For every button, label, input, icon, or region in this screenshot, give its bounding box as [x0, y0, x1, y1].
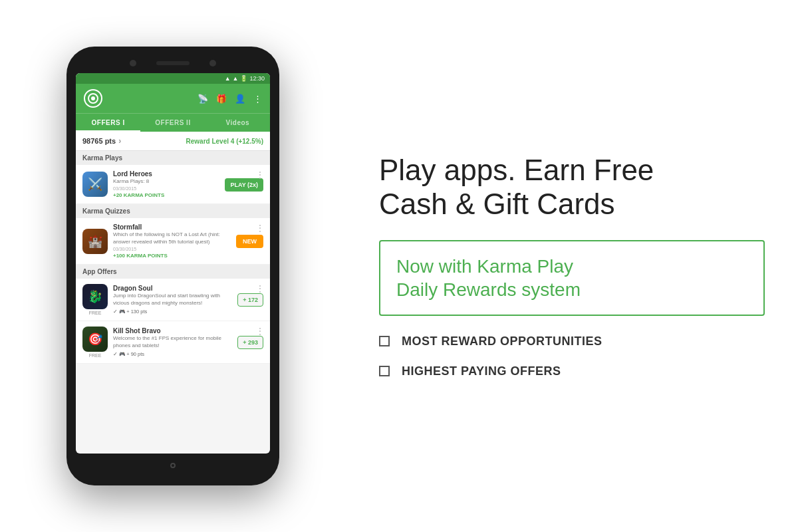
points-badge: + 172	[237, 293, 263, 307]
more-dots-icon[interactable]: ⋮	[255, 223, 265, 233]
item-subtitle: Welcome to the #1 FPS experience for mob…	[113, 335, 232, 349]
app-bar-actions: 📡 🎁 👤 ⋮	[198, 94, 262, 104]
item-subtitle: Which of the following is NOT a Lost Art…	[113, 231, 231, 245]
tab-videos[interactable]: Videos	[205, 114, 270, 132]
dragon-soul-icon: 🐉	[82, 284, 108, 309]
right-panel: Play apps. Earn Free Cash & Gift Cards N…	[346, 127, 798, 404]
phone-camera	[130, 60, 136, 66]
points-badge: + 293	[237, 336, 263, 349]
dragon-soul-content: Dragon Soul Jump into DragonSoul and sta…	[113, 285, 232, 315]
new-action[interactable]: NEW	[236, 234, 263, 248]
item-meta: ✓ 🎮 + 130 pts	[113, 309, 232, 315]
headline-line2: Cash & Gift Cards	[379, 188, 765, 221]
signal-icon: ▲	[233, 75, 239, 82]
points-arrow-icon: ›	[118, 136, 121, 146]
item-date: 03/30/2015	[113, 247, 231, 251]
battery-icon: 🔋	[240, 75, 247, 82]
status-bar: ▲ ▲ 🔋 12:30	[76, 73, 270, 84]
time-display: 12:30	[249, 75, 265, 82]
list-item: 🏰 Stormfall Which of the following is NO…	[76, 218, 270, 265]
feature-item-2: HIGHEST PAYING OFFERS	[379, 364, 765, 378]
tab-offers-2[interactable]: OFFERS II	[140, 114, 205, 132]
item-subtitle: Karma Plays: 8	[113, 178, 219, 185]
item-subtitle: Jump into DragonSoul and start brawling …	[113, 293, 232, 307]
left-panel: ▲ ▲ 🔋 12:30 📡 🎁 👤 ⋮	[0, 0, 346, 532]
phone-mockup: ▲ ▲ 🔋 12:30 📡 🎁 👤 ⋮	[66, 47, 279, 485]
feature-item-1: MOST REWARD OPPORTUNITIES	[379, 334, 765, 348]
tab-bar: OFFERS I OFFERS II Videos	[76, 113, 270, 132]
points-display[interactable]: 98765 pts ›	[82, 136, 121, 146]
item-karma: +100 KARMA POINTS	[113, 253, 231, 259]
tab-offers-1[interactable]: OFFERS I	[76, 114, 140, 132]
account-icon[interactable]: 👤	[235, 94, 245, 104]
karma-box: Now with Karma Play Daily Rewards system	[379, 240, 765, 316]
svg-point-1	[91, 96, 95, 100]
stormfall-content: Stormfall Which of the following is NOT …	[113, 223, 231, 259]
item-title: Dragon Soul	[113, 285, 232, 292]
points-value: 98765 pts	[82, 137, 116, 145]
more-icon[interactable]: ⋮	[253, 94, 262, 104]
list-item: 🐉 FREE Dragon Soul Jump into DragonSoul …	[76, 279, 270, 321]
app-bar: 📡 🎁 👤 ⋮	[76, 84, 270, 113]
wifi-icon: ▲	[225, 75, 231, 82]
points-action[interactable]: + 172	[237, 293, 263, 307]
phone-speaker	[156, 61, 190, 65]
reward-level: Reward Level 4 (+12.5%)	[186, 138, 263, 145]
phone-camera-right	[209, 60, 216, 66]
phone-screen: ▲ ▲ 🔋 12:30 📡 🎁 👤 ⋮	[76, 73, 270, 454]
app-logo	[84, 89, 102, 108]
gift-icon[interactable]: 🎁	[216, 94, 227, 104]
item-title: Kill Shot Bravo	[113, 327, 232, 334]
feature-label-2: HIGHEST PAYING OFFERS	[402, 364, 561, 378]
feature-label-1: MOST REWARD OPPORTUNITIES	[402, 334, 602, 348]
new-button[interactable]: NEW	[236, 235, 263, 248]
free-badge: FREE	[89, 353, 102, 358]
lord-heroes-icon: ⚔️	[82, 172, 108, 197]
item-karma: +20 KARMA POINTS	[113, 192, 219, 198]
item-date: 03/30/2015	[113, 186, 219, 191]
list-item: 🎯 FREE Kill Shot Bravo Welcome to the #1…	[76, 321, 270, 364]
headline-line1: Play apps. Earn Free	[379, 154, 765, 188]
checkbox-icon-1	[379, 336, 390, 346]
status-icons: ▲ ▲ 🔋 12:30	[225, 75, 265, 82]
more-dots-icon[interactable]: ⋮	[255, 284, 265, 293]
checkbox-icon-2	[379, 366, 390, 376]
item-title: Stormfall	[113, 223, 231, 231]
lord-heroes-content: Lord Heroes Karma Plays: 8 03/30/2015 +2…	[113, 170, 219, 198]
section-karma-plays: Karma Plays	[76, 151, 270, 165]
karma-text-line2: Daily Rewards system	[396, 278, 747, 301]
phone-top-bar	[76, 56, 270, 73]
more-dots-icon[interactable]: ⋮	[255, 327, 265, 336]
section-app-offers: App Offers	[76, 265, 270, 279]
more-dots-icon[interactable]: ⋮	[255, 170, 265, 180]
section-karma-quizzes: Karma Quizzes	[76, 204, 270, 218]
phone-home-button	[170, 463, 176, 468]
broadcast-icon[interactable]: 📡	[198, 94, 208, 104]
item-title: Lord Heroes	[113, 170, 219, 178]
points-action[interactable]: + 293	[237, 336, 263, 349]
free-badge: FREE	[89, 311, 102, 315]
kill-shot-content: Kill Shot Bravo Welcome to the #1 FPS ex…	[113, 327, 232, 357]
main-headline: Play apps. Earn Free Cash & Gift Cards	[379, 154, 765, 221]
kill-shot-icon: 🎯	[82, 327, 108, 352]
list-item: ⚔️ Lord Heroes Karma Plays: 8 03/30/2015…	[76, 165, 270, 204]
points-bar: 98765 pts › Reward Level 4 (+12.5%)	[76, 132, 270, 151]
karma-text-line1: Now with Karma Play	[396, 255, 747, 278]
feature-list: MOST REWARD OPPORTUNITIES HIGHEST PAYING…	[379, 334, 765, 378]
stormfall-icon: 🏰	[82, 229, 108, 254]
item-meta: ✓ 🎮 + 90 pts	[113, 351, 232, 357]
